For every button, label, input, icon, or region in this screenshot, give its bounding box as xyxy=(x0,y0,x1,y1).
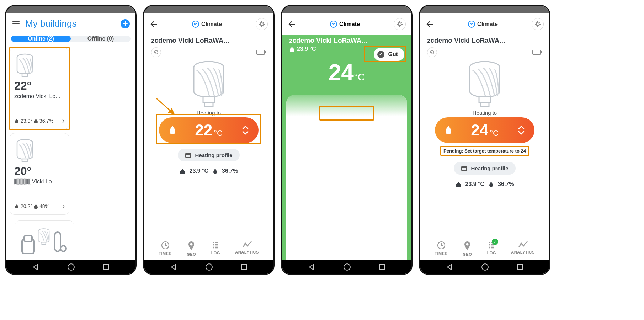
toast-good: ✓ Gut xyxy=(374,48,404,61)
svg-rect-6 xyxy=(24,236,32,241)
card-temp: 20° xyxy=(14,165,65,178)
target-temp-control[interactable]: 24 °C xyxy=(435,117,534,143)
tab-online[interactable]: Online (2) xyxy=(11,36,71,42)
pending-message: Pending: Set target temperature to 24 xyxy=(440,146,529,156)
device-title: zcdemo Vicki LoRaWA... xyxy=(420,35,549,47)
drop-icon xyxy=(489,181,494,187)
nav-home-icon[interactable] xyxy=(67,263,75,271)
big-temp: 24°C xyxy=(282,59,411,86)
svg-point-8 xyxy=(60,246,66,251)
add-button[interactable] xyxy=(121,19,130,28)
nav-recents-icon[interactable] xyxy=(517,263,524,271)
statusbar xyxy=(420,6,549,13)
battery-icon xyxy=(532,49,542,55)
nav-recents-icon[interactable] xyxy=(241,263,248,271)
svg-rect-21 xyxy=(257,50,265,54)
svg-point-32 xyxy=(344,264,350,270)
chevron-right-icon: › xyxy=(62,116,65,126)
svg-rect-23 xyxy=(186,153,191,158)
online-offline-segment: Online (2) Offline (0) xyxy=(11,36,131,42)
updown-icon[interactable] xyxy=(517,124,525,136)
check-badge-icon: ✓ xyxy=(492,239,498,245)
svg-point-43 xyxy=(482,264,488,270)
log-action[interactable]: LOG xyxy=(211,241,220,256)
env-readings: 23.9 °C 36.7% xyxy=(420,181,549,187)
phone-screen-4: Climate zcdemo Vicki LoRaWA... Heating t… xyxy=(419,5,550,275)
svg-rect-38 xyxy=(462,166,467,171)
back-button[interactable] xyxy=(426,20,434,28)
svg-point-41 xyxy=(520,243,522,245)
heating-profile-button[interactable]: Heating profile xyxy=(454,162,515,175)
nav-recents-icon[interactable] xyxy=(103,263,110,271)
refresh-button[interactable] xyxy=(151,47,161,57)
nav-home-icon[interactable] xyxy=(343,263,351,271)
nav-back-icon[interactable] xyxy=(32,263,39,271)
analytics-action[interactable]: ANALYTICS xyxy=(511,241,534,256)
svg-rect-7 xyxy=(55,232,60,251)
nav-back-icon[interactable] xyxy=(308,263,315,271)
pointer-arrow xyxy=(154,97,179,118)
analytics-action[interactable]: ANALYTICS xyxy=(235,241,259,256)
svg-point-25 xyxy=(190,243,193,246)
svg-point-31 xyxy=(398,23,401,26)
brand-header: Climate xyxy=(192,21,222,28)
menu-icon[interactable] xyxy=(12,20,20,28)
drop-icon xyxy=(213,168,218,174)
back-button[interactable] xyxy=(288,20,296,28)
device-title: zcdemo Vicki LoRaWA... xyxy=(144,35,273,47)
nav-home-icon[interactable] xyxy=(205,263,213,271)
svg-point-26 xyxy=(244,243,246,245)
timer-action[interactable]: TIMER xyxy=(159,241,172,256)
heating-profile-button[interactable]: Heating profile xyxy=(178,149,239,161)
see-all-products-card[interactable]: See all products › xyxy=(15,220,74,260)
home-icon xyxy=(289,46,295,52)
updown-icon[interactable] xyxy=(241,124,249,136)
home-icon xyxy=(14,204,19,209)
brand-header: Climate xyxy=(330,21,360,28)
nav-back-icon[interactable] xyxy=(446,263,453,271)
target-temp-control[interactable]: 22 °C xyxy=(159,117,259,143)
temp-unit: °C xyxy=(490,129,499,138)
timer-action[interactable]: TIMER xyxy=(435,241,448,256)
settings-button[interactable] xyxy=(256,18,268,30)
geo-action[interactable]: GEO xyxy=(463,241,472,256)
settings-button[interactable] xyxy=(532,18,544,30)
bottom-sheet[interactable] xyxy=(286,95,407,260)
device-card-1[interactable]: 22° zcdemo Vicki Lo... 23.9° 36.7% › xyxy=(10,48,69,129)
home-icon xyxy=(14,118,19,123)
statusbar xyxy=(144,6,273,13)
device-card-2[interactable]: 20° ▒▒▒▒ Vicki Lo... 20.2° 48% › xyxy=(10,133,69,215)
svg-point-40 xyxy=(466,243,469,246)
page-title: My buildings xyxy=(25,18,121,29)
drop-icon xyxy=(34,204,38,209)
geo-action[interactable]: GEO xyxy=(187,241,196,256)
svg-rect-36 xyxy=(533,50,541,54)
svg-point-28 xyxy=(206,264,212,270)
log-action[interactable]: ✓LOG xyxy=(487,241,496,256)
nav-recents-icon[interactable] xyxy=(379,263,386,271)
card-temp: 22° xyxy=(14,79,65,92)
nav-back-icon[interactable] xyxy=(170,263,177,271)
refresh-button[interactable] xyxy=(427,47,437,57)
card-name: ▒▒▒▒ Vicki Lo... xyxy=(14,178,65,185)
brand-header: Climate xyxy=(468,21,498,28)
trv-icon xyxy=(14,53,36,78)
tab-offline[interactable]: Offline (0) xyxy=(71,36,131,42)
back-button[interactable] xyxy=(150,20,158,28)
target-temp: 24 xyxy=(471,121,488,139)
drop-icon xyxy=(34,118,38,123)
indoor-temp: 23.9° xyxy=(21,118,32,124)
battery-icon xyxy=(256,49,266,55)
phone-screen-2: Climate zcdemo Vicki LoRaWA... Heating t… xyxy=(143,5,275,275)
svg-point-27 xyxy=(246,245,248,247)
settings-button[interactable] xyxy=(394,18,406,30)
nav-home-icon[interactable] xyxy=(481,263,489,271)
trv-icon xyxy=(14,138,36,163)
calendar-icon xyxy=(461,165,467,171)
indoor-temp: 20.2° xyxy=(21,203,32,209)
home-icon xyxy=(180,168,185,174)
phone-screen-3: Climate zcdemo Vicki LoRaWA... 23.9 °C 2… xyxy=(281,5,413,275)
flame-icon xyxy=(168,125,177,135)
svg-point-35 xyxy=(536,23,539,26)
m-logo-icon xyxy=(192,21,199,28)
